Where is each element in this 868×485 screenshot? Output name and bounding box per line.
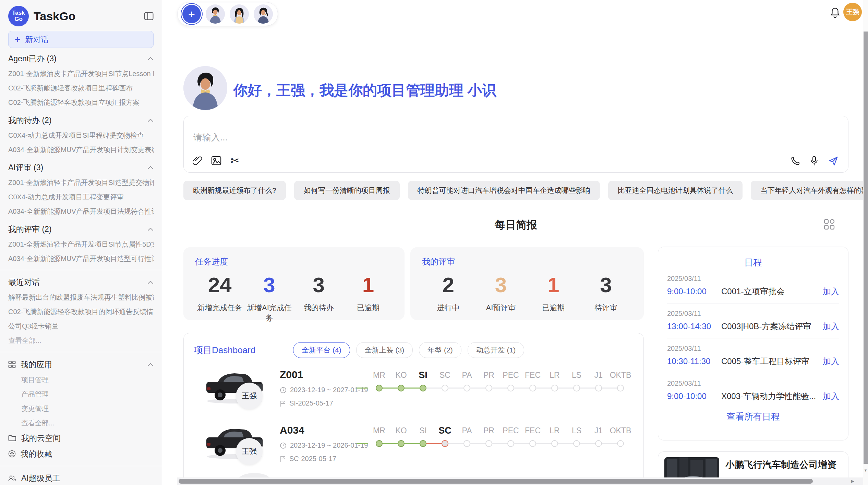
section-recent-chats[interactable]: 最近对话 xyxy=(8,274,154,290)
suggestion-chip[interactable]: 当下年轻人对汽车外观有怎样的喜好趋势 xyxy=(751,181,868,200)
list-item[interactable]: C02-飞腾新能源轻客改款项目里程碑画布 xyxy=(8,81,154,95)
list-item[interactable]: 解释最新出台的欧盟报废车法规再生塑料比例被调至15%... xyxy=(8,290,154,304)
user-avatar[interactable]: 王强 xyxy=(843,3,862,21)
schedule-title: 日程 xyxy=(667,257,839,269)
divider xyxy=(0,466,162,466)
image-icon[interactable] xyxy=(211,156,221,165)
list-item[interactable]: A034-全新新能源MUV产品开发项目法规符合性评审 xyxy=(8,204,154,219)
vertical-scrollbar[interactable]: ▼ xyxy=(863,0,868,485)
sidebar-item-favorites[interactable]: 我的收藏 xyxy=(8,446,154,462)
tab-year-model[interactable]: 年型 (2) xyxy=(419,342,461,358)
collapse-sidebar-icon[interactable] xyxy=(144,12,154,20)
recent-view-all[interactable]: 查看全部... xyxy=(8,333,154,348)
sidebar-item-change-mgmt[interactable]: 变更管理 xyxy=(8,401,154,416)
list-item[interactable]: C0X4-动力总成开发项目工程变更评审 xyxy=(8,190,154,204)
list-item[interactable]: C0X4-动力总成开发项目SI里程碑提交物检查 xyxy=(8,128,154,142)
section-my-todo[interactable]: 我的待办 (2) xyxy=(8,112,154,128)
sidebar-item-ai-super-staff[interactable]: AI超级员工 xyxy=(8,470,154,485)
project-dashboard-card: 项目Dashboard 全新平台 (4) 全新上装 (3) 年型 (2) 动总开… xyxy=(183,333,644,485)
apps-view-all[interactable]: 查看全部... xyxy=(8,416,154,430)
divider xyxy=(0,270,162,270)
view-all-schedule-link[interactable]: 查看所有日程 xyxy=(667,411,839,423)
list-item[interactable]: 公司Q3轻卡销量 xyxy=(8,319,154,333)
scissors-icon[interactable]: ✂ xyxy=(230,155,240,166)
tab-new-body[interactable]: 全新上装 (3) xyxy=(356,342,413,358)
chevron-up-icon xyxy=(147,227,154,231)
join-button[interactable]: 加入 xyxy=(823,356,839,367)
divider xyxy=(667,373,839,373)
apps-grid-icon xyxy=(8,361,16,368)
stat: 1已逾期 xyxy=(527,273,580,313)
dashboard-title: 项目Dashboard xyxy=(194,344,255,356)
section-my-review[interactable]: 我的评审 (2) xyxy=(8,221,154,237)
project-row[interactable]: 王强 A034 2023-12-19 ~ 2026-01-19 SC-2025-… xyxy=(194,423,633,471)
schedule-event: 2025/03/11 9:00-10:00 C001-立项审批会 加入 xyxy=(667,275,839,303)
card-title: 我的评审 xyxy=(422,256,632,267)
clock-icon xyxy=(280,387,287,394)
new-chat-button[interactable]: + 新对话 xyxy=(8,31,154,48)
join-button[interactable]: 加入 xyxy=(823,391,839,402)
stat: 3我的待办 xyxy=(294,273,343,323)
send-icon[interactable] xyxy=(828,156,839,166)
attachment-icon[interactable] xyxy=(193,156,202,166)
list-item[interactable]: C02-飞腾新能源轻客改款项目的闭环通告反馈情况 xyxy=(8,304,154,319)
join-button[interactable]: 加入 xyxy=(823,286,839,297)
scroll-right-arrow-icon[interactable]: ▶ xyxy=(851,478,854,484)
star-badge-icon xyxy=(8,450,16,458)
suggestion-chip[interactable]: 比亚迪全固态电池计划具体说了什么 xyxy=(608,181,743,200)
stat: 3新增AI完成任务 xyxy=(244,273,294,323)
agent-avatar[interactable] xyxy=(254,4,273,24)
plus-icon: + xyxy=(188,8,195,21)
milestone-timeline: MRKO SISC PAPR PECFEC LRLS J1OKTB xyxy=(368,425,633,471)
project-dates: 2023-12-19 ~ 2027-01-19 xyxy=(280,386,368,394)
tab-powertrain[interactable]: 动总开发 (1) xyxy=(468,342,525,358)
suggestion-chip[interactable]: 如何写一份清晰的项目周报 xyxy=(294,181,400,200)
schedule-event: 2025/03/11 10:30-11:30 C005-整车工程目标评审 加入 xyxy=(667,345,839,373)
greeting-text: 你好，王强，我是你的项目管理助理 小识 xyxy=(233,81,496,100)
dashboard-tabs: 全新平台 (4) 全新上装 (3) 年型 (2) 动总开发 (1) xyxy=(293,342,524,358)
clock-icon xyxy=(280,442,287,449)
list-item[interactable]: A034-全新新能源MUV产品开发项目计划变更表编写 xyxy=(8,142,154,157)
list-item[interactable]: A034-全新新能源MUV产品开发项目造型可行性评审 xyxy=(8,251,154,266)
layout-grid-icon[interactable] xyxy=(823,218,836,231)
project-name: A034 xyxy=(280,424,368,436)
suggestion-chips: 欧洲新规最近颁布了什么? 如何写一份清晰的项目周报 特朗普可能对进口汽车增税会对… xyxy=(183,181,848,200)
list-item[interactable]: Z001-全新燃油皮卡产品开发项目SI节点Lesson Learn报告 xyxy=(8,66,154,81)
project-row[interactable]: 王强 Z001 2023-12-19 ~ 2027-01-19 SI-2025-… xyxy=(194,368,633,415)
horizontal-scrollbar[interactable]: ▶ xyxy=(177,477,863,485)
divider xyxy=(667,338,839,338)
section-ai-review[interactable]: AI评审 (3) xyxy=(8,160,154,175)
sidebar-item-product-mgmt[interactable]: 产品管理 xyxy=(8,387,154,401)
section-agent-done[interactable]: Agent已办 (3) xyxy=(8,51,154,66)
suggestion-chip[interactable]: 欧洲新规最近颁布了什么? xyxy=(183,181,286,200)
list-item[interactable]: C02-飞腾新能源轻客改款项目立项汇报方案 xyxy=(8,95,154,110)
task-progress-card: 任务进度 24新增完成任务 3新增AI完成任务 3我的待办 1已逾期 xyxy=(183,247,405,320)
join-button[interactable]: 加入 xyxy=(823,321,839,332)
divider xyxy=(667,303,839,303)
notification-bell-icon[interactable] xyxy=(830,7,841,18)
stat: 3AI预评审 xyxy=(474,273,527,313)
section-my-apps[interactable]: 我的应用 xyxy=(8,356,154,373)
sidebar-item-project-mgmt[interactable]: 项目管理 xyxy=(8,373,154,387)
microphone-icon[interactable] xyxy=(810,156,819,166)
assistant-avatar xyxy=(183,66,227,110)
chat-input[interactable] xyxy=(193,132,605,143)
list-item[interactable]: Z001-全新燃油轻卡产品开发项目SI节点属性5D文件评审 xyxy=(8,237,154,251)
card-title: 任务进度 xyxy=(195,256,393,267)
add-agent-button[interactable]: + xyxy=(182,5,201,23)
sidebar-item-cloud-space[interactable]: 我的云空间 xyxy=(8,430,154,446)
stat: 1已逾期 xyxy=(343,273,393,323)
agent-avatar[interactable] xyxy=(206,4,225,24)
scroll-down-arrow-icon[interactable]: ▼ xyxy=(864,468,868,473)
list-item[interactable]: Z001-全新燃油轻卡产品开发项目SI造型提交物评审 xyxy=(8,175,154,190)
suggestion-chip[interactable]: 特朗普可能对进口汽车增税会对中国车企造成哪些影响 xyxy=(408,181,600,200)
phone-icon[interactable] xyxy=(791,156,800,166)
milestone-dot xyxy=(368,384,390,392)
project-name: Z001 xyxy=(280,369,368,381)
horizontal-scrollbar-thumb[interactable] xyxy=(179,479,813,484)
agent-avatar[interactable] xyxy=(230,4,249,24)
folder-icon xyxy=(8,435,16,442)
vertical-scrollbar-thumb[interactable] xyxy=(864,32,868,464)
agent-switcher: + xyxy=(177,2,278,26)
tab-new-platform[interactable]: 全新平台 (4) xyxy=(293,342,350,358)
